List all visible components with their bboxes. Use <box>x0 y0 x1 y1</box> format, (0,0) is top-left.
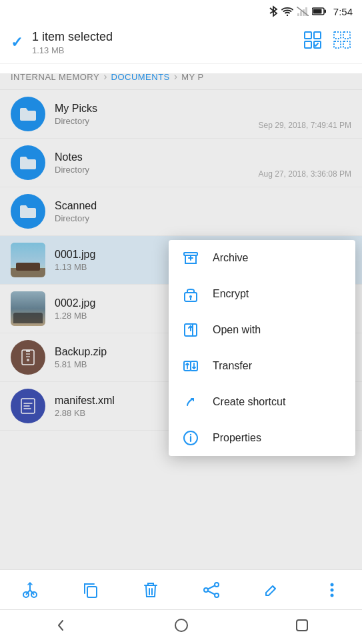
header-text: 1 item selected 1.13 MB <box>32 30 113 55</box>
delete-button[interactable] <box>136 575 165 605</box>
breadcrumb-sep-2: › <box>174 71 177 83</box>
svg-line-43 <box>208 591 215 594</box>
deselect-icon[interactable] <box>333 31 351 54</box>
more-button[interactable] <box>317 575 347 605</box>
context-menu-encrypt[interactable]: Encrypt <box>169 276 355 312</box>
cut-button[interactable] <box>15 575 45 605</box>
svg-point-32 <box>190 434 191 435</box>
file-name: My Picks <box>55 103 253 115</box>
svg-point-25 <box>189 295 192 298</box>
file-meta: Directory <box>55 213 351 223</box>
file-meta: Directory <box>55 116 253 126</box>
context-menu-open-with[interactable]: Open with <box>169 312 355 348</box>
shortcut-icon <box>182 393 199 411</box>
header-title: 1 item selected <box>32 30 113 44</box>
file-name: Notes <box>55 151 253 163</box>
svg-rect-48 <box>297 620 307 631</box>
list-item[interactable]: Notes Directory Aug 27, 2018, 3:36:08 PM <box>0 139 362 187</box>
folder-icon <box>11 145 45 180</box>
zip-icon <box>11 340 45 375</box>
back-button[interactable] <box>53 618 68 637</box>
folder-icon <box>11 194 45 229</box>
status-icons <box>269 5 327 17</box>
battery-icon <box>312 7 327 15</box>
bluetooth-icon <box>269 5 278 17</box>
context-menu: Archive Encrypt Open with <box>169 240 355 456</box>
transfer-icon <box>182 357 199 375</box>
svg-rect-11 <box>305 41 311 48</box>
bottom-toolbar <box>0 569 362 609</box>
home-button[interactable] <box>174 618 189 637</box>
breadcrumb-sep-1: › <box>103 71 107 83</box>
list-item[interactable]: Scanned Directory <box>0 187 362 236</box>
header: ✓ 1 item selected 1.13 MB <box>0 21 362 64</box>
svg-point-44 <box>330 583 333 586</box>
file-info: Scanned Directory <box>55 200 351 223</box>
svg-point-40 <box>204 588 208 592</box>
svg-rect-20 <box>26 356 30 357</box>
file-thumbnail <box>11 243 45 277</box>
checkmark-icon: ✓ <box>11 34 23 51</box>
archive-icon <box>182 249 199 267</box>
rename-button[interactable] <box>257 575 286 605</box>
file-info: My Picks Directory <box>55 103 253 126</box>
copy-button[interactable] <box>76 575 105 605</box>
svg-rect-7 <box>324 10 326 13</box>
svg-point-41 <box>215 593 219 597</box>
info-icon <box>182 429 199 447</box>
list-item[interactable]: My Picks Directory Sep 29, 2018, 7:49:41… <box>0 90 362 139</box>
lock-icon <box>182 285 199 303</box>
svg-point-21 <box>27 359 29 361</box>
transfer-label: Transfer <box>213 360 252 372</box>
header-actions <box>303 31 351 54</box>
recent-button[interactable] <box>295 618 309 637</box>
svg-rect-8 <box>313 9 321 14</box>
breadcrumb: INTERNAL MEMORY › DOCUMENTS › MY P <box>0 64 362 90</box>
context-menu-archive[interactable]: Archive <box>169 240 355 276</box>
file-meta: Directory <box>55 165 253 175</box>
svg-point-45 <box>330 588 333 591</box>
wifi-icon <box>281 7 293 16</box>
header-left: ✓ 1 item selected 1.13 MB <box>11 30 113 55</box>
file-date: Sep 29, 2018, 7:49:41 PM <box>253 121 351 130</box>
breadcrumb-myp: MY P <box>181 72 204 82</box>
properties-label: Properties <box>213 432 261 444</box>
context-menu-transfer[interactable]: Transfer <box>169 348 355 384</box>
svg-rect-18 <box>26 350 30 352</box>
file-thumbnail <box>11 291 45 326</box>
svg-rect-16 <box>343 41 350 48</box>
svg-rect-2 <box>300 11 302 16</box>
svg-rect-23 <box>184 253 197 255</box>
svg-point-46 <box>330 593 333 597</box>
file-name: Scanned <box>55 200 351 212</box>
nav-bar <box>0 609 362 644</box>
svg-rect-1 <box>297 13 299 16</box>
svg-rect-9 <box>305 32 311 39</box>
breadcrumb-internal-memory[interactable]: INTERNAL MEMORY <box>11 72 99 82</box>
svg-point-47 <box>175 619 187 631</box>
file-info: Notes Directory <box>55 151 253 175</box>
encrypt-label: Encrypt <box>213 288 249 300</box>
svg-point-39 <box>215 583 219 587</box>
create-shortcut-label: Create shortcut <box>213 396 285 408</box>
select-all-icon[interactable] <box>303 31 322 54</box>
svg-rect-10 <box>314 32 321 39</box>
status-bar: 7:54 <box>0 0 362 21</box>
context-menu-properties[interactable]: Properties <box>169 420 355 456</box>
share-button[interactable] <box>197 575 226 605</box>
svg-rect-38 <box>87 587 97 597</box>
folder-icon <box>11 97 45 131</box>
open-with-icon <box>182 321 199 339</box>
breadcrumb-documents[interactable]: DOCUMENTS <box>111 72 170 82</box>
svg-rect-15 <box>334 41 341 48</box>
signal-icon <box>297 7 309 16</box>
svg-rect-13 <box>334 32 341 39</box>
context-menu-create-shortcut[interactable]: Create shortcut <box>169 384 355 420</box>
file-date: Aug 27, 2018, 3:36:08 PM <box>253 169 351 179</box>
xml-icon <box>11 389 45 423</box>
open-with-label: Open with <box>213 324 261 336</box>
archive-label: Archive <box>213 252 248 264</box>
svg-rect-14 <box>343 32 350 39</box>
svg-rect-19 <box>26 353 30 355</box>
svg-line-42 <box>208 585 215 589</box>
